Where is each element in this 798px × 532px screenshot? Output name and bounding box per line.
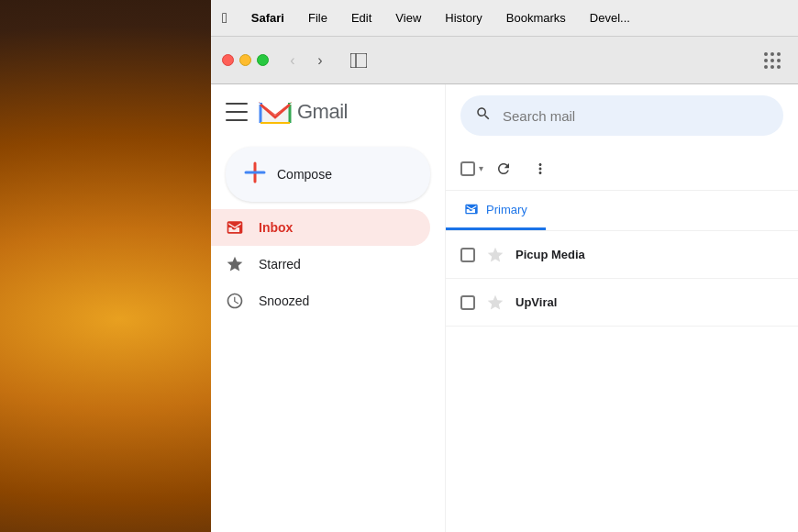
email-sender: UpViral	[515, 295, 635, 309]
browser-toolbar: ‹ ›	[211, 37, 798, 84]
sidebar-toggle-icon	[350, 53, 367, 68]
search-bar[interactable]: Search mail	[460, 95, 783, 136]
email-checkbox[interactable]	[460, 248, 475, 262]
search-icon	[475, 105, 492, 126]
safari-menu[interactable]: Safari	[248, 9, 288, 27]
refresh-button[interactable]	[487, 152, 520, 185]
nav-buttons: ‹ ›	[280, 48, 333, 73]
svg-rect-0	[350, 53, 367, 68]
traffic-lights	[222, 54, 269, 66]
maximize-button[interactable]	[257, 54, 269, 66]
back-button[interactable]: ‹	[280, 48, 305, 73]
compose-plus-icon	[244, 161, 266, 187]
starred-label: Starred	[259, 257, 301, 272]
browser-screen:  Safari File Edit View History Bookmark…	[211, 0, 798, 532]
file-menu[interactable]: File	[305, 9, 331, 27]
clock-icon	[226, 292, 244, 310]
email-row[interactable]: UpViral	[446, 279, 798, 327]
email-checkbox[interactable]	[460, 295, 475, 310]
snoozed-label: Snoozed	[259, 294, 309, 308]
forward-button[interactable]: ›	[307, 48, 333, 73]
gmail-sidebar: Gmail Compose	[211, 84, 446, 532]
gmail-nav: Inbox Starred Sn	[211, 209, 445, 319]
gmail-m-icon	[259, 99, 292, 125]
gmail-logo: Gmail	[259, 99, 348, 125]
inbox-label: Inbox	[259, 220, 293, 235]
gmail-toolbar: ▾	[446, 147, 798, 191]
compose-button[interactable]: Compose	[226, 147, 430, 202]
select-checkbox-area[interactable]: ▾	[460, 161, 483, 176]
email-row[interactable]: Picup Media	[446, 231, 798, 279]
primary-tab-icon	[464, 202, 479, 216]
primary-tab-label: Primary	[486, 203, 527, 216]
email-star-icon[interactable]	[486, 246, 504, 264]
bookmarks-menu[interactable]: Bookmarks	[503, 9, 570, 27]
minimize-button[interactable]	[239, 54, 251, 66]
view-menu[interactable]: View	[392, 9, 425, 27]
nav-item-inbox[interactable]: Inbox	[211, 209, 430, 246]
email-sender: Picup Media	[515, 248, 635, 261]
edit-menu[interactable]: Edit	[348, 9, 375, 27]
more-options-button[interactable]	[524, 152, 557, 185]
appgrid-icon	[764, 52, 781, 69]
appgrid-button[interactable]	[758, 48, 787, 73]
tab-primary[interactable]: Primary	[446, 191, 546, 230]
search-placeholder-text: Search mail	[503, 108, 575, 124]
email-star-icon[interactable]	[486, 294, 504, 312]
macos-menubar:  Safari File Edit View History Bookmark…	[211, 0, 798, 37]
gmail-header: Gmail	[211, 92, 445, 139]
select-all-checkbox[interactable]	[460, 161, 475, 176]
nav-item-starred[interactable]: Starred	[211, 246, 430, 283]
gmail-title: Gmail	[297, 100, 348, 124]
gmail-main: Search mail ▾	[446, 84, 798, 532]
hamburger-menu-button[interactable]	[226, 103, 248, 121]
email-list: Picup Media UpViral	[446, 231, 798, 532]
star-icon	[226, 255, 244, 273]
history-menu[interactable]: History	[441, 9, 485, 27]
close-button[interactable]	[222, 54, 234, 66]
apple-menu[interactable]: 	[222, 10, 227, 27]
compose-label: Compose	[277, 167, 332, 182]
sidebar-toggle-button[interactable]	[344, 48, 373, 73]
nav-item-snoozed[interactable]: Snoozed	[211, 283, 430, 319]
browser-content: Gmail Compose	[211, 84, 798, 532]
inbox-icon	[226, 218, 244, 237]
email-tabs: Primary	[446, 191, 798, 231]
develop-menu[interactable]: Devel...	[586, 9, 634, 27]
select-dropdown-arrow[interactable]: ▾	[479, 163, 483, 173]
